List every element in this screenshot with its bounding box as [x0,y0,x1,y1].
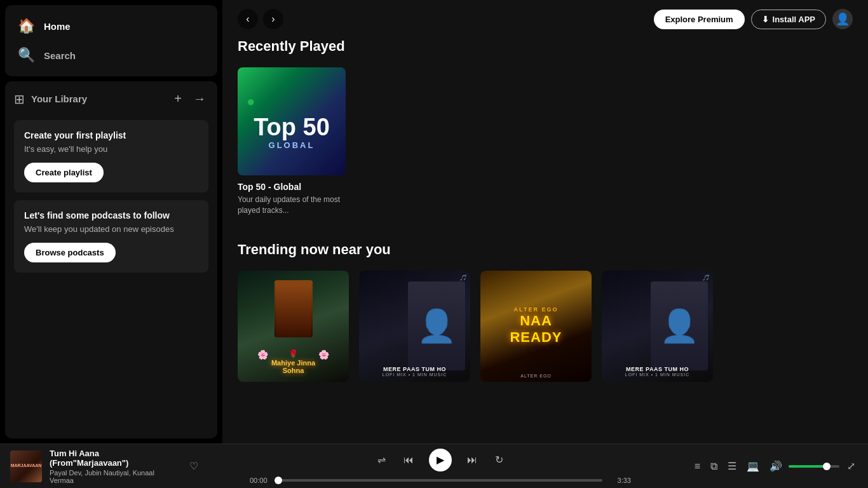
library-actions: + → [172,89,208,109]
play-pause-button[interactable]: ▶ [429,449,452,471]
previous-button[interactable]: ⏮ [401,452,416,468]
player-right: ≡ ⧉ ☰ 💻 🔊 ⤢ [680,458,858,475]
mere-paas-album-art-2: 👤 MERE PAAS TUM HO LOFI MIX • 1 MIN MUSI… [602,271,713,382]
mahiye-album-art: Mahiye JinnaSohna 🌸 🌹 🌸 [238,271,349,382]
progress-thumb [275,477,282,484]
pip-button[interactable]: ⧉ [708,458,720,475]
content-area: Recently Played ● Top 50 GLOBAL Top 50 -… [222,38,868,397]
library-title: Your Library [31,93,87,104]
device-button[interactable]: 💻 [744,458,762,475]
library-header: ⊞ Your Library + → [14,89,208,109]
find-podcasts-desc: We'll keep you updated on new episodes [24,224,198,234]
volume-bar[interactable] [789,465,839,468]
back-button[interactable]: ‹ [238,9,258,29]
create-playlist-title: Create your first playlist [24,130,198,140]
volume-button[interactable]: 🔊 [767,458,785,475]
now-playing-view-button[interactable]: ≡ [692,458,703,475]
user-icon: 👤 [836,12,850,26]
main-content: ‹ › Explore Premium ⬇ Install APP 👤 Rece… [222,0,868,444]
mere-paas-album-art-1: 👤 MERE PAAS TUM HO LOFI MIX • 1 MIN MUSI… [359,271,470,382]
expand-library-button[interactable]: → [191,89,208,109]
naa-ready-album-art: ALTER EGO NAAREADY ALTER EGO [480,271,592,382]
forward-button[interactable]: › [263,9,283,29]
playlist-desc: Your daily updates of the most played tr… [238,194,346,216]
top-bar: ‹ › Explore Premium ⬇ Install APP 👤 [222,0,868,38]
top50-cover-bg: ● Top 50 GLOBAL [238,67,346,175]
home-label: Home [44,21,71,32]
trending-card-mere-paas-1[interactable]: 👤 MERE PAAS TUM HO LOFI MIX • 1 MIN MUSI… [359,271,470,382]
current-time: 00:00 [250,477,272,484]
home-icon: 🏠 [18,18,35,34]
player-left: MARJAAVAAN Tum Hi Aana (From"Marjaavaan"… [10,449,201,484]
top50-cover-art: ● Top 50 GLOBAL [238,67,346,175]
create-playlist-card: Create your first playlist It's easy, we… [14,120,208,193]
top50-number: Top 50 [254,115,330,139]
install-app-button[interactable]: ⬇ Install APP [751,10,826,29]
volume-row: 🔊 [767,458,839,475]
create-playlist-button[interactable]: Create playlist [24,163,104,182]
total-time: 3:33 [609,477,631,484]
nav-section: 🏠 Home 🔍 Search [5,5,217,76]
add-library-button[interactable]: + [172,89,184,109]
trending-title: Trending now near you [238,241,853,258]
top-bar-right: Explore Premium ⬇ Install APP 👤 [654,9,853,29]
fullscreen-button[interactable]: ⤢ [844,458,858,475]
player-track-artist: Payal Dev, Jubin Nautiyal, Kunaal Vermaa [50,469,179,484]
player-track-info: Tum Hi Aana (From"Marjaavaan") Payal Dev… [50,449,179,484]
top50-sublabel: GLOBAL [269,140,315,150]
library-section: ⊞ Your Library + → Create your first pla… [5,81,217,438]
player-controls: ⇌ ⏮ ▶ ⏭ ↻ [375,449,506,471]
nav-arrows: ‹ › [238,9,283,29]
like-button[interactable]: ♡ [187,458,201,475]
player-center: ⇌ ⏮ ▶ ⏭ ↻ 00:00 3:33 [201,449,680,484]
player-album-art-inner: MARJAAVAAN [10,451,42,482]
shuffle-button[interactable]: ⇌ [375,451,388,468]
library-title-group: ⊞ Your Library [14,92,87,107]
spotify-logo-icon: ● [247,93,255,110]
volume-fill [789,465,827,468]
create-playlist-desc: It's easy, we'll help you [24,144,198,154]
explore-premium-button[interactable]: Explore Premium [654,10,745,29]
queue-button[interactable]: ☰ [725,458,739,475]
progress-row: 00:00 3:33 [250,477,631,484]
search-icon: 🔍 [18,47,35,64]
find-podcasts-title: Let's find some podcasts to follow [24,210,198,220]
trending-card-naa-ready[interactable]: ALTER EGO NAAREADY ALTER EGO [480,271,592,382]
trending-card-mere-paas-2[interactable]: 👤 MERE PAAS TUM HO LOFI MIX • 1 MIN MUSI… [602,271,713,382]
player-bar: MARJAAVAAN Tum Hi Aana (From"Marjaavaan"… [0,444,868,488]
install-app-label: Install APP [773,15,815,24]
download-icon: ⬇ [762,15,769,24]
recently-played-grid: ● Top 50 GLOBAL Top 50 - Global Your dai… [238,67,853,216]
nav-search[interactable]: 🔍 Search [14,41,208,70]
sidebar: 🏠 Home 🔍 Search ⊞ Your Library + → [0,0,222,444]
playlist-name: Top 50 - Global [238,182,346,192]
library-icon: ⊞ [14,92,25,107]
trending-card-mahiye[interactable]: Mahiye JinnaSohna 🌸 🌹 🌸 [238,271,349,382]
browse-podcasts-button[interactable]: Browse podcasts [24,243,116,262]
progress-bar[interactable] [278,479,602,482]
trending-grid: Mahiye JinnaSohna 🌸 🌹 🌸 [238,271,853,382]
volume-thumb [823,463,831,470]
player-track-name: Tum Hi Aana (From"Marjaavaan") [50,449,179,468]
repeat-button[interactable]: ↻ [492,451,506,468]
user-profile-button[interactable]: 👤 [832,9,853,29]
recently-played-title: Recently Played [238,38,853,55]
nav-home[interactable]: 🏠 Home [14,11,208,41]
search-label: Search [44,50,76,61]
next-button[interactable]: ⏭ [465,452,480,468]
player-album-art: MARJAAVAAN [10,451,42,482]
playlist-card-top50[interactable]: ● Top 50 GLOBAL Top 50 - Global Your dai… [238,67,346,216]
find-podcasts-card: Let's find some podcasts to follow We'll… [14,200,208,273]
